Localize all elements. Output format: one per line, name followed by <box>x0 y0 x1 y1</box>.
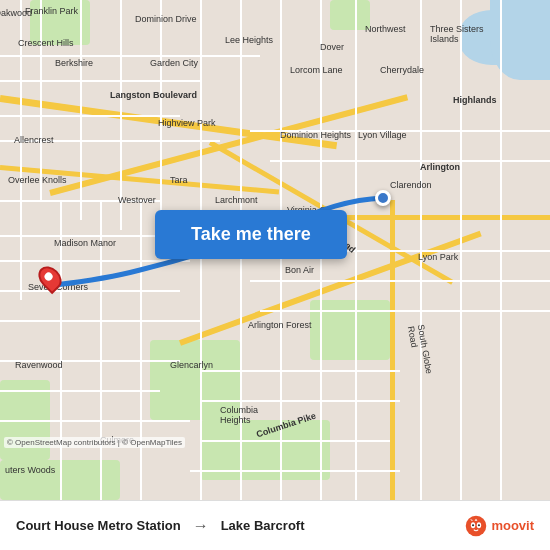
moovit-brand: moovit <box>491 518 534 533</box>
take-me-there-button[interactable]: Take me there <box>155 210 347 259</box>
destination-label: Lake Barcroft <box>221 518 305 533</box>
origin-label: Court House Metro Station <box>16 518 181 533</box>
svg-point-4 <box>478 524 480 526</box>
bottom-bar: Court House Metro Station → Lake Barcrof… <box>0 500 550 550</box>
route-info: Court House Metro Station → Lake Barcrof… <box>16 517 304 535</box>
end-marker <box>40 265 60 291</box>
map-container: Franklin Park Crescent Hills Dominion Dr… <box>0 0 550 500</box>
svg-point-3 <box>472 524 474 526</box>
moovit-owl-icon <box>465 515 487 537</box>
start-marker <box>375 190 391 206</box>
arrow-icon: → <box>193 517 209 535</box>
moovit-logo: moovit <box>465 515 534 537</box>
